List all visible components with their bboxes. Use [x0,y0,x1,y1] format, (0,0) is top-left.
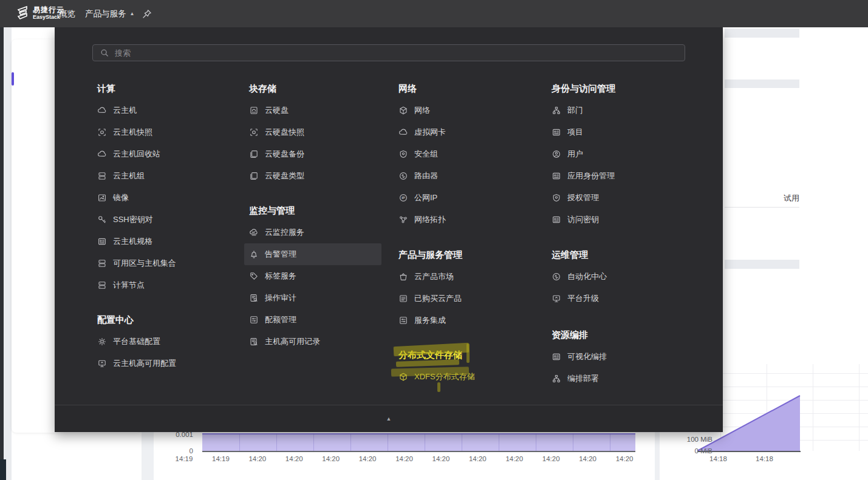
server-snapshot-icon [97,127,107,137]
menu-item[interactable]: IP公网IP [394,187,531,209]
easystack-logo-icon [16,4,29,21]
svg-text:IP: IP [402,196,405,200]
menu-item[interactable]: 云硬盘 [244,100,381,121]
menu-item[interactable]: 云主机回收站 [92,143,230,165]
y-tick: 0 MiB [695,447,713,455]
menu-collapse-bar[interactable]: ▲ [55,405,723,432]
network-icon [398,106,408,115]
menu-item[interactable]: 云主机快照 [92,121,230,143]
access-key-icon [552,215,561,225]
menu-item[interactable]: 云硬盘类型 [244,165,381,187]
menu-item[interactable]: 配额管理 [244,309,381,331]
menu-item-label: 云主机组 [113,171,145,181]
menu-item[interactable]: 告警管理 [244,243,381,265]
pin-icon[interactable] [142,0,152,27]
router-icon [398,171,408,181]
menu-item[interactable]: 可用区与主机集合 [92,252,230,274]
menu-item-label: 主机高可用记录 [265,336,320,347]
nav-item-overview[interactable]: 概览 [59,0,75,27]
products-services-mega-menu: 计算云主机云主机快照云主机回收站云主机组镜像SSH密钥对云主机规格可用区与主机集… [55,27,723,431]
platform-upgrade-icon [552,294,561,303]
x-tick: 14:20 [467,455,488,462]
menu-item[interactable]: 可视化编排 [547,346,684,368]
menu-item-label: 网络 [414,105,430,116]
menu-group: 产品与服务管理云产品市场已购买云产品服务集成 [394,249,531,331]
menu-item[interactable]: 自动化中心 [547,266,684,288]
compute-node-icon [97,280,107,290]
menu-item[interactable]: 操作审计 [244,287,381,309]
menu-item[interactable]: 授权管理 [547,187,684,209]
menu-item-label: 计算节点 [113,280,145,291]
user-icon [552,149,561,159]
menu-item-label: 虚拟网卡 [414,127,446,138]
menu-item[interactable]: 路由器 [394,165,531,187]
menu-item[interactable]: 应用身份管理 [547,165,684,187]
card-gap-scrollbar[interactable] [142,431,154,480]
menu-group: 计算云主机云主机快照云主机回收站云主机组镜像SSH密钥对云主机规格可用区与主机集… [92,83,230,296]
orchestration-deploy-icon [552,374,561,384]
server-group-icon [97,171,107,181]
gridline [573,433,573,451]
menu-item-label: 云主机规格 [113,236,152,247]
menu-item[interactable]: 编排部署 [547,368,684,390]
menu-item[interactable]: 云监控服务 [244,221,381,243]
menu-group-title: 运维管理 [552,249,684,261]
menu-item[interactable]: 标签服务 [244,265,381,287]
menu-group: 运维管理自动化中心平台升级 [547,249,684,309]
menu-item-label: 云硬盘 [265,105,289,116]
menu-item-label: 编排部署 [567,373,599,384]
menu-item[interactable]: 计算节点 [92,274,230,296]
authorization-icon [552,193,561,203]
menu-item[interactable]: 网络 [394,100,531,121]
area-series [202,433,635,451]
menu-item[interactable]: 云主机组 [92,165,230,187]
menu-item-label: 授权管理 [567,192,599,203]
menu-item-label: 可用区与主机集合 [113,258,176,269]
search-input[interactable] [114,48,663,58]
menu-item[interactable]: 已购买云产品 [394,288,531,309]
nav-item-products-services[interactable]: 产品与服务 ▲ [85,0,134,27]
menu-item[interactable]: 虚拟网卡 [394,121,531,143]
menu-item-label: 操作审计 [265,292,296,303]
gridline [499,433,499,451]
menu-item[interactable]: 云主机规格 [92,231,230,252]
menu-item[interactable]: 云主机 [92,100,230,121]
x-tick: 14:20 [321,455,341,462]
menu-item[interactable]: 部门 [547,100,684,121]
menu-item[interactable]: 用户 [547,143,684,165]
menu-item[interactable]: 网络拓扑 [394,209,531,231]
menu-item[interactable]: 云产品市场 [394,266,531,288]
menu-group: 网络网络虚拟网卡安全组路由器IP公网IP网络拓扑 [394,83,531,231]
menu-item[interactable]: 项目 [547,121,684,143]
menu-item[interactable]: 服务集成 [394,309,531,331]
trial-link[interactable]: 试用 [784,193,799,204]
menu-group: 块存储云硬盘云硬盘快照云硬盘备份云硬盘类型 [244,83,381,187]
menu-item[interactable]: 访问密钥 [547,209,684,231]
x-tick: 14:20 [614,455,635,462]
gridline [425,433,425,451]
zone-icon [97,259,107,268]
menu-item[interactable]: 主机高可用记录 [244,331,381,353]
menu-item[interactable]: 云主机高可用配置 [92,353,230,374]
menu-group-title: 监控与管理 [249,205,381,217]
menu-group: 配置中心平台基础配置云主机高可用配置 [92,314,230,374]
menu-item-label: SSH密钥对 [113,214,153,225]
table-header-band [725,260,799,269]
x-tick: 14:18 [709,455,727,462]
menu-item[interactable]: 平台升级 [547,288,684,309]
app-identity-icon [552,171,561,181]
menu-item[interactable]: 云硬盘备份 [244,143,381,165]
menu-item[interactable]: 云硬盘快照 [244,121,381,143]
recycle-icon [97,149,107,159]
menu-item[interactable]: 安全组 [394,143,531,165]
menu-group-title: 资源编排 [552,329,684,341]
search-box[interactable] [92,44,685,61]
menu-item[interactable]: SSH密钥对 [92,209,230,231]
project-icon [552,127,561,137]
easystack-logo[interactable]: 易捷行云 EasyStack [16,4,64,21]
menu-item-label: 服务集成 [414,315,446,326]
gear-icon [97,337,107,346]
menu-item[interactable]: 平台基础配置 [92,331,230,353]
active-indicator-bar [12,72,14,86]
menu-item[interactable]: 镜像 [92,187,230,209]
